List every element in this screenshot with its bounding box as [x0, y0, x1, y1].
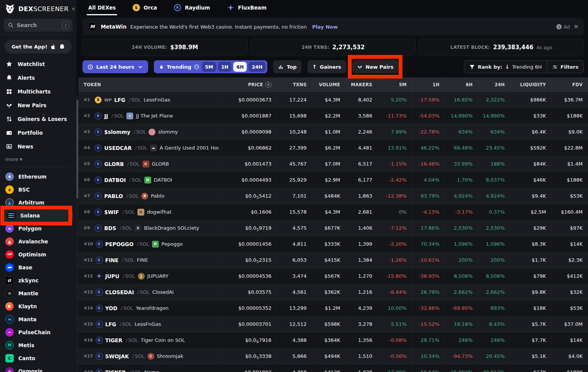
search-input[interactable]: Search / — [4, 19, 73, 32]
token-row-wif[interactable]: #8R$WIF/SOLDdogwifhat$0.160615,578$4.3M2… — [78, 204, 588, 220]
stat-box-1: 24H TXNS:2,273,532 — [251, 39, 416, 56]
chain-item-zksync[interactable]: ⇄zkSync — [0, 274, 76, 287]
sidebar-item-news[interactable]: News — [0, 140, 76, 153]
top-button[interactable]: Top — [273, 60, 301, 73]
sidebar-item-gainers-losers[interactable]: Gainers & Losers — [0, 112, 76, 126]
column-header-token[interactable]: TOKEN — [78, 77, 221, 92]
time-range-button[interactable]: Last 24 hours — [82, 60, 148, 73]
new-pairs-button[interactable]: New Pairs — [352, 60, 399, 73]
change-1h-cell: -17.59% — [412, 92, 445, 108]
tab-all-dexes[interactable]: All DEXes — [88, 0, 116, 15]
trending-window-5m[interactable]: 5M — [202, 62, 216, 72]
change-24h-cell: 200% — [478, 252, 510, 268]
token-row-glorb[interactable]: #5RGLORB/SOLGGLORB$0.00147345,767$7.0M6,… — [78, 156, 588, 172]
token-row-jj[interactable]: #2RJJ/SOL✈JJ The Jet Plane$0.000188715,6… — [78, 108, 588, 124]
token-row-closedai[interactable]: #13RCLOSEDAI/SOLClosedAi$0.035754,561$36… — [78, 284, 588, 300]
sidebar-item-alerts[interactable]: Alerts — [0, 71, 76, 85]
token-row-lfg[interactable]: #15RLFG/SOLLessFnGas$0.0000370112,512$59… — [78, 316, 588, 332]
sidebar-item-multicharts[interactable]: Multicharts — [0, 85, 76, 98]
chain-item-manta[interactable]: ≈Manta — [0, 313, 76, 326]
chain-item-avalanche[interactable]: ▲Avalanche — [0, 235, 76, 248]
trending-window-24h[interactable]: 24H — [249, 62, 265, 72]
sidebar-item-new-pairs[interactable]: New Pairs — [0, 98, 76, 112]
change-24h-cell: 23.45% — [478, 140, 510, 156]
pair-chain: /SOL — [121, 257, 134, 263]
scrollbar-thumb[interactable] — [76, 100, 78, 198]
column-header-5m[interactable]: 5M — [378, 77, 412, 92]
chain-item-solana[interactable]: Solana — [4, 209, 73, 222]
pair-chain: /SOL — [129, 369, 142, 372]
column-header-1h[interactable]: 1H — [412, 77, 445, 92]
chain-item-metis[interactable]: MMetis — [0, 339, 76, 352]
sidebar-collapse-icon[interactable]: « — [72, 6, 75, 12]
chain-item-pulsechain[interactable]: ~PulseChain — [0, 326, 76, 339]
dex-tabs-bar: All DEXesSOrcaRRaydiumFluxBeam — [78, 0, 588, 15]
sidebar-item-watchlist[interactable]: Watchlist — [0, 57, 76, 71]
tab-orca[interactable]: SOrca — [132, 0, 157, 15]
rank-label: #7 — [84, 193, 92, 198]
rank-by-button[interactable]: Rank by: ↓ Trending 6H — [464, 61, 547, 73]
column-header-liquidity[interactable]: LIQUIDITY — [510, 77, 551, 92]
token-row-slommy[interactable]: #3R$slommy/SOLslommy$0.000909810,248$1.0… — [78, 124, 588, 140]
chain-item-mantle[interactable]: ☼Mantle — [0, 287, 76, 300]
tab-label: FluxBeam — [238, 5, 267, 11]
makers-cell: 1,863 — [346, 188, 378, 204]
chain-label: zkSync — [18, 277, 39, 283]
tab-raydium[interactable]: RRaydium — [174, 0, 210, 15]
sidebar-more-button[interactable]: more ▼ — [0, 153, 76, 166]
token-symbol: TIGER — [105, 337, 123, 343]
token-row-fine[interactable]: #11RFINE/SOLFINE$0.0523156,053$415K1,384… — [78, 252, 588, 268]
column-header-fdv[interactable]: FDV — [551, 77, 588, 92]
raydium-icon: R — [174, 4, 181, 11]
token-name: Name — [144, 369, 159, 372]
sidebar-scrollbar[interactable] — [76, 96, 78, 372]
trending-window-6h[interactable]: 6H — [233, 62, 247, 72]
token-row-ticker[interactable]: #18RTICKER/SOLName$0.0018074,368$412K1,0… — [78, 364, 588, 372]
ad-close-icon[interactable]: ✕ — [573, 23, 578, 30]
chain-item-klaytn[interactable]: KKlaytn — [0, 300, 76, 313]
chain-item-base[interactable]: Base — [0, 261, 76, 274]
token-row-yod[interactable]: #14RYOD/SOLYearofdragon$0.0000535213,299… — [78, 300, 588, 316]
token-row-lfg[interactable]: #1SWPLFG/SOLLessFnGas$0.0000367317,224$4… — [78, 92, 588, 108]
filters-button[interactable]: Filters — [547, 61, 583, 73]
fdv-cell: $14K — [551, 332, 588, 348]
token-avatar: S — [147, 353, 154, 360]
get-the-app-button[interactable]: Get the App! — [5, 40, 72, 53]
usd-toggle-icon[interactable]: $ — [265, 82, 271, 88]
trending-button[interactable]: Trending i 5M1H6H24H — [154, 60, 268, 73]
sidebar-item-portfolio[interactable]: Portfolio — [0, 126, 76, 140]
liquidity-cell: $1.7K — [510, 252, 551, 268]
chain-item-canto[interactable]: CCanto — [0, 352, 76, 365]
column-header-txns[interactable]: TXNS — [277, 77, 312, 92]
txns-cell: 6,053 — [277, 252, 312, 268]
column-header-makers[interactable]: MAKERS — [346, 77, 378, 92]
ad-play-now-link[interactable]: Play Now — [312, 24, 338, 30]
gainers-button[interactable]: ↑ Gainers — [307, 60, 346, 73]
chain-item-optimism[interactable]: OPOptimism — [0, 248, 76, 261]
token-row-pablo[interactable]: #7RPABLO/SOLPPablo$0.0554127,101$484K1,8… — [78, 188, 588, 204]
token-row-bds[interactable]: #9RBDS/SOLBBlackDragon SOLciety$0.059719… — [78, 220, 588, 236]
column-header-price[interactable]: PRICE$ — [221, 77, 277, 92]
chain-item-bsc[interactable]: ◆BSC — [0, 183, 76, 196]
sprout-icon — [5, 102, 13, 109]
column-header-volume[interactable]: VOLUME — [312, 77, 346, 92]
chain-item-osmosis[interactable]: ◉Osmosis — [0, 365, 76, 372]
token-row-pepoggo[interactable]: #10RPEPOGGO/SOLPPepoggo$0.000014564,811$… — [78, 236, 588, 252]
ad-banner[interactable]: M MetaWin Experience the World's first W… — [82, 18, 584, 35]
column-header-24h[interactable]: 24H — [478, 77, 510, 92]
change-5m-cell: -2.42% — [378, 172, 412, 188]
token-row-datboi[interactable]: #6RDATBOI/SOLDDATBOI$0.000449325,929$2.9… — [78, 172, 588, 188]
column-header-6h[interactable]: 6H — [445, 77, 478, 92]
token-name: Shroomjak — [157, 353, 183, 359]
token-symbol: DATBOI — [104, 177, 126, 183]
token-row-tiger[interactable]: #16RTIGER/SOLTiger Coin on SOL$0.0679164… — [78, 332, 588, 348]
token-row-swojak[interactable]: #17RSWOJAK/SOLSShroomjak$0.0533385,866$4… — [78, 348, 588, 364]
token-row-usedcar[interactable]: #4RUSEDCAR/SOL▬A Gently Used 2001 Honda … — [78, 140, 588, 156]
wallet-icon — [5, 129, 13, 137]
chain-item-ethereum[interactable]: ♦Ethereum — [0, 170, 76, 183]
trending-window-1h[interactable]: 1H — [218, 62, 231, 72]
token-row-jupu[interactable]: #12JUPU/SOLJJUPUARY$0.000045363,474$567K… — [78, 268, 588, 284]
chain-item-arbitrum[interactable]: ▲Arbitrum — [0, 196, 76, 209]
chain-item-polygon[interactable]: ∞Polygon — [0, 222, 76, 235]
tab-fluxbeam[interactable]: FluxBeam — [227, 0, 267, 15]
